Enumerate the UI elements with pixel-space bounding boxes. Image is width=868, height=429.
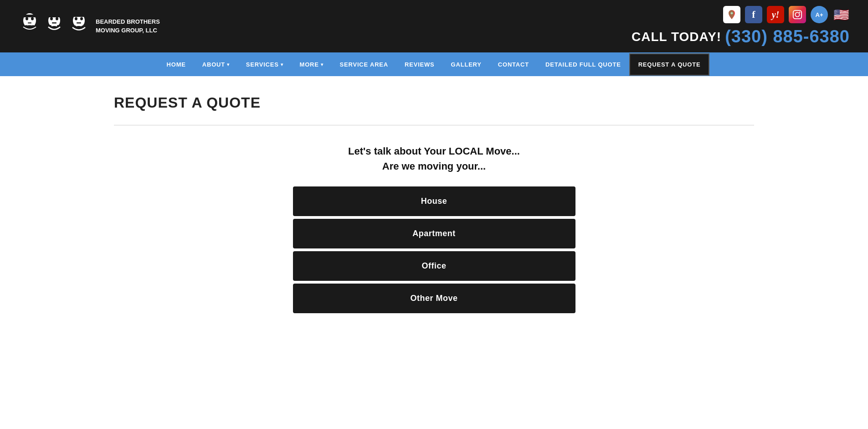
nav-about[interactable]: ABOUT ▾ xyxy=(194,54,238,75)
apartment-button[interactable]: Apartment xyxy=(293,219,575,248)
svg-rect-31 xyxy=(793,10,801,19)
svg-rect-5 xyxy=(21,15,38,17)
logo-faces xyxy=(18,11,90,41)
services-dropdown-arrow: ▾ xyxy=(281,62,283,67)
call-section: CALL TODAY! (330) 885-6380 xyxy=(632,27,850,47)
nav-services[interactable]: SERVICES ▾ xyxy=(238,54,292,75)
svg-point-25 xyxy=(80,17,83,20)
about-dropdown-arrow: ▾ xyxy=(227,62,230,67)
social-icons: f y! A+ 🇺🇸 xyxy=(723,6,850,23)
nav-contact[interactable]: CONTACT xyxy=(490,54,537,75)
house-button[interactable]: House xyxy=(293,186,575,216)
svg-point-24 xyxy=(75,17,77,20)
phone-number: (330) 885-6380 xyxy=(725,27,850,47)
svg-rect-14 xyxy=(52,22,56,24)
other-move-button[interactable]: Other Move xyxy=(293,284,575,313)
instagram-icon[interactable] xyxy=(789,6,806,23)
more-dropdown-arrow: ▾ xyxy=(321,62,324,67)
nav-service-area[interactable]: SERVICE AREA xyxy=(332,54,396,75)
main-navigation: HOME ABOUT ▾ SERVICES ▾ MORE ▾ SERVICE A… xyxy=(0,52,868,76)
move-type-buttons: House Apartment Office Other Move xyxy=(293,186,575,313)
svg-rect-26 xyxy=(77,22,81,24)
nav-more[interactable]: MORE ▾ xyxy=(292,54,332,75)
nav-gallery[interactable]: GALLERY xyxy=(443,54,490,75)
svg-rect-10 xyxy=(26,21,33,26)
logo-face-3 xyxy=(67,11,90,41)
svg-point-12 xyxy=(50,17,53,20)
facebook-icon[interactable]: f xyxy=(745,6,762,23)
quote-heading: Let's talk about Your LOCAL Move... Are … xyxy=(293,144,575,174)
main-content: REQUEST A QUOTE Let's talk about Your LO… xyxy=(0,76,868,423)
page-title: REQUEST A QUOTE xyxy=(114,94,754,111)
svg-rect-16 xyxy=(47,14,62,16)
yelp-icon[interactable]: y! xyxy=(767,6,784,23)
office-button[interactable]: Office xyxy=(293,251,575,281)
svg-point-32 xyxy=(795,12,799,16)
quote-section: Let's talk about Your LOCAL Move... Are … xyxy=(293,144,575,313)
nav-request-quote[interactable]: REQUEST A QUOTE xyxy=(629,53,710,76)
nav-detailed-quote[interactable]: DETAILED FULL QUOTE xyxy=(537,54,629,75)
google-maps-icon[interactable] xyxy=(723,6,740,23)
svg-rect-18 xyxy=(47,29,61,36)
call-today-text: CALL TODAY! xyxy=(632,30,721,44)
accessibility-icon[interactable]: A+ xyxy=(811,6,828,23)
logo-face-1 xyxy=(18,11,41,41)
content-divider xyxy=(114,125,754,125)
svg-point-13 xyxy=(56,17,58,20)
svg-point-33 xyxy=(799,12,801,13)
logo-text: BEARDED BROTHERS MOVING GROUP, LLC xyxy=(96,18,160,34)
svg-rect-23 xyxy=(73,14,85,15)
header-right: f y! A+ 🇺🇸 CALL TODAY! (330) 885-6380 xyxy=(632,6,850,47)
header-logo-section: BEARDED BROTHERS MOVING GROUP, LLC xyxy=(18,11,160,41)
flag-icon[interactable]: 🇺🇸 xyxy=(832,6,850,23)
svg-point-1 xyxy=(26,17,28,20)
site-header: BEARDED BROTHERS MOVING GROUP, LLC f y! xyxy=(0,0,868,52)
svg-point-2 xyxy=(31,17,34,20)
logo-face-2 xyxy=(43,11,66,41)
nav-reviews[interactable]: REVIEWS xyxy=(396,54,443,75)
nav-home[interactable]: HOME xyxy=(159,54,194,75)
